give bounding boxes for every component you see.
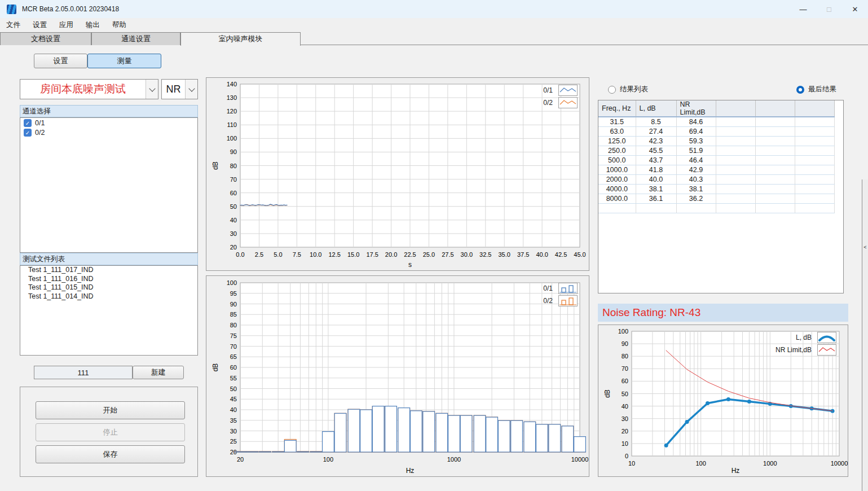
table-cell: 36.1 xyxy=(636,194,676,203)
tab-settings[interactable]: 设置 xyxy=(34,54,87,68)
table-row[interactable]: 63.027.469.4 xyxy=(598,126,834,136)
table-row[interactable]: 4000.038.138.1 xyxy=(598,184,834,194)
window-title: MCR Beta 2.05.0.001 20230418 xyxy=(22,5,119,13)
legend-line-icon xyxy=(558,97,578,108)
svg-text:27.5: 27.5 xyxy=(442,251,453,258)
channel-list: ✓0/1✓0/2 xyxy=(20,117,198,253)
table-cell xyxy=(755,184,795,194)
table-cell xyxy=(716,203,755,213)
table-row[interactable]: 250.045.551.9 xyxy=(598,146,834,155)
channel-item[interactable]: ✓0/1 xyxy=(20,118,197,128)
legend-entry: 0/1 xyxy=(543,85,578,96)
menu-item-输出[interactable]: 输出 xyxy=(80,19,106,32)
chart-legend: L, dBNR Limit,dB xyxy=(776,332,836,356)
radio-last-result[interactable]: 最后结果 xyxy=(796,85,836,94)
radio-icon[interactable] xyxy=(608,86,616,94)
table-cell: 27.4 xyxy=(636,126,676,136)
table-cell xyxy=(716,184,755,194)
app-logo-icon xyxy=(7,5,16,14)
start-button[interactable]: 开始 xyxy=(36,401,185,419)
svg-text:20.0: 20.0 xyxy=(385,251,397,258)
title-bar: MCR Beta 2.05.0.001 20230418 — □ ✕ xyxy=(0,0,868,18)
legend-bars-icon xyxy=(558,295,578,306)
file-list-item[interactable]: Test 1_111_016_IND xyxy=(20,275,197,284)
table-row[interactable]: 2000.040.040.3 xyxy=(598,174,834,184)
svg-text:100: 100 xyxy=(323,456,333,463)
run-control-group: 开始 停止 保存 xyxy=(20,387,198,477)
file-name-input[interactable]: 111 xyxy=(34,366,133,379)
file-list-item[interactable]: Test 1_111_017_IND xyxy=(20,266,197,275)
radio-icon[interactable] xyxy=(796,86,804,94)
table-cell: 84.6 xyxy=(676,117,716,126)
save-button[interactable]: 保存 xyxy=(36,445,185,463)
table-cell xyxy=(636,203,676,213)
svg-text:60: 60 xyxy=(622,378,628,384)
legend-thick-curve-icon xyxy=(817,332,836,343)
svg-text:37.5: 37.5 xyxy=(517,251,529,258)
menu-item-文件[interactable]: 文件 xyxy=(0,19,27,32)
svg-text:80: 80 xyxy=(622,353,628,360)
legend-entry: 0/2 xyxy=(543,295,578,306)
new-button[interactable]: 新建 xyxy=(133,366,184,379)
svg-text:95: 95 xyxy=(230,290,237,297)
svg-text:35: 35 xyxy=(230,417,237,424)
table-cell xyxy=(716,174,755,184)
svg-text:50: 50 xyxy=(230,385,237,392)
stop-button[interactable]: 停止 xyxy=(36,423,185,441)
table-cell: 43.7 xyxy=(636,155,676,165)
table-cell xyxy=(716,155,755,165)
svg-text:45.0: 45.0 xyxy=(574,251,585,258)
table-cell xyxy=(795,136,834,146)
radio-result-list[interactable]: 结果列表 xyxy=(608,85,648,94)
svg-text:30: 30 xyxy=(622,415,628,422)
table-row[interactable]: 8000.036.136.2 xyxy=(598,194,834,203)
svg-text:20: 20 xyxy=(237,456,244,463)
legend-entry: L, dB xyxy=(796,332,836,343)
table-row[interactable]: 125.042.359.3 xyxy=(598,136,834,146)
main-tab-2[interactable]: 通道设置 xyxy=(91,32,180,45)
file-list-item[interactable]: Test 1_111_015_IND xyxy=(20,283,197,292)
table-cell: 46.4 xyxy=(676,155,716,165)
chevron-down-icon[interactable] xyxy=(146,80,158,99)
panel-collapse-handle[interactable]: < xyxy=(862,179,868,491)
legend-bars-icon xyxy=(558,283,578,294)
table-row[interactable]: 1000.041.842.9 xyxy=(598,165,834,174)
chevron-down-icon[interactable] xyxy=(185,80,197,99)
channel-item[interactable]: ✓0/2 xyxy=(20,128,197,137)
svg-text:25: 25 xyxy=(230,438,237,445)
legend-label: L, dB xyxy=(796,334,812,341)
table-cell xyxy=(676,203,716,213)
menu-item-设置[interactable]: 设置 xyxy=(27,19,53,32)
table-cell: 40.3 xyxy=(676,174,716,184)
table-row[interactable]: 500.043.746.4 xyxy=(598,155,834,165)
menu-bar: 文件设置应用输出帮助 xyxy=(0,18,868,32)
svg-text:70: 70 xyxy=(230,343,237,350)
close-button[interactable]: ✕ xyxy=(842,0,868,18)
content-area: 设置 测量 房间本底噪声测试 NR 通道选择 ✓0/1✓0/2 测试文件列表 T… xyxy=(0,45,868,491)
legend-label: 0/2 xyxy=(543,99,553,107)
tab-measure[interactable]: 测量 xyxy=(87,54,161,68)
svg-text:s: s xyxy=(408,261,412,269)
svg-text:0.0: 0.0 xyxy=(236,251,244,258)
svg-text:40: 40 xyxy=(622,403,628,410)
main-tab-3[interactable]: 室内噪声模块 xyxy=(180,32,301,46)
svg-text:100: 100 xyxy=(227,135,237,142)
file-list-item[interactable]: Test 1_111_014_IND xyxy=(20,292,197,301)
svg-text:2.5: 2.5 xyxy=(255,251,263,258)
menu-item-应用[interactable]: 应用 xyxy=(53,19,80,32)
main-tab-1[interactable]: 文档设置 xyxy=(0,32,91,45)
checkbox-checked-icon[interactable]: ✓ xyxy=(24,129,32,137)
minimize-button[interactable]: — xyxy=(790,0,816,18)
table-cell xyxy=(795,165,834,174)
table-cell: 125.0 xyxy=(598,136,636,146)
maximize-button[interactable]: □ xyxy=(816,0,842,18)
table-row[interactable] xyxy=(598,203,834,213)
test-type-combo[interactable]: 房间本底噪声测试 xyxy=(20,79,158,99)
table-cell xyxy=(755,194,795,203)
svg-text:90: 90 xyxy=(622,340,628,347)
table-cell xyxy=(716,194,755,203)
menu-item-帮助[interactable]: 帮助 xyxy=(106,19,133,32)
rating-combo[interactable]: NR xyxy=(161,79,198,99)
checkbox-checked-icon[interactable]: ✓ xyxy=(24,119,32,127)
table-row[interactable]: 31.58.584.6 xyxy=(598,117,834,126)
